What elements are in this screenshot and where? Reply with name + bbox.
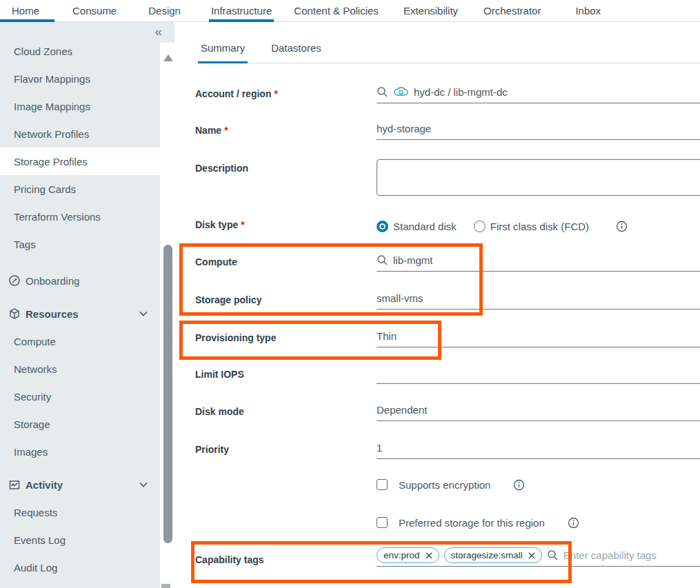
sidebar-item-security[interactable]: Security — [0, 383, 160, 410]
required-asterisk: * — [224, 125, 228, 136]
tag-pill-label: env:prod — [383, 550, 420, 560]
info-icon[interactable] — [616, 221, 628, 232]
sidebar-item-terraform-versions[interactable]: Terraform Versions — [0, 203, 160, 230]
compute-field[interactable]: lib-mgmt — [377, 250, 700, 272]
required-asterisk: * — [241, 219, 244, 230]
provisioning-type-field[interactable]: Thin — [377, 325, 700, 347]
capability-tags-label: Capability tags — [195, 554, 264, 565]
disk-mode-label: Disk mode — [195, 406, 244, 417]
sidebar-item-label: Activity — [26, 479, 63, 491]
sidebar-item-onboarding[interactable]: Onboarding — [0, 267, 160, 294]
sidebar-item-events-log[interactable]: Events Log — [0, 526, 160, 554]
cube-icon — [8, 307, 21, 320]
capability-tags-field[interactable]: env:prod storagesize:small Enter capabil… — [377, 545, 700, 567]
sidebar-scroll-up-arrow[interactable] — [163, 54, 173, 61]
nav-item-content-policies[interactable]: Content & Policies — [294, 0, 379, 22]
nav-item-orchestrator[interactable]: Orchestrator — [483, 0, 541, 22]
limit-iops-field[interactable] — [377, 362, 700, 384]
priority-value: 1 — [377, 442, 382, 454]
sidebar-list: Cloud Zones Flavor Mappings Image Mappin… — [0, 43, 160, 588]
sidebar-item-pricing-cards[interactable]: Pricing Cards — [0, 175, 160, 203]
sidebar-item-label: Onboarding — [26, 275, 79, 287]
priority-field[interactable]: 1 — [377, 437, 700, 459]
disk-type-label: Disk type* — [195, 219, 245, 230]
priority-label: Priority — [195, 444, 229, 455]
nav-item-infrastructure[interactable]: Infrastructure — [211, 0, 272, 22]
tab-datastores[interactable]: Datastores — [268, 42, 324, 63]
nav-item-consume[interactable]: Consume — [72, 0, 117, 22]
sidebar-item-label: Resources — [26, 308, 79, 320]
supports-encryption-row: Supports encryption — [377, 477, 700, 492]
name-label: Name* — [195, 125, 228, 136]
name-value: hyd-storage — [377, 123, 431, 134]
sidebar: « Cloud Zones Flavor Mappings Image Mapp… — [0, 22, 174, 588]
top-navigation: Home Consume Design Infrastructure Conte… — [0, 0, 700, 22]
sidebar-item-requests[interactable]: Requests — [0, 498, 160, 526]
preferred-storage-row: Preferred storage for this region — [377, 515, 700, 530]
sidebar-item-storage[interactable]: Storage — [0, 410, 160, 438]
disk-mode-field[interactable]: Dependent — [377, 399, 700, 421]
sidebar-item-compute[interactable]: Compute — [0, 327, 160, 355]
compute-label: Compute — [195, 256, 237, 267]
compute-value: lib-mgmt — [393, 254, 433, 266]
compass-icon — [8, 274, 21, 287]
sidebar-item-audit-log[interactable]: Audit Log — [0, 554, 160, 581]
storage-policy-value: small-vms — [377, 292, 423, 304]
tag-pill: env:prod — [377, 547, 439, 563]
sidebar-item-resources[interactable]: Resources — [0, 300, 160, 327]
supports-encryption-label: Supports encryption — [399, 479, 490, 491]
preferred-storage-checkbox[interactable] — [377, 517, 388, 528]
provisioning-type-value: Thin — [377, 330, 397, 342]
radio-first-class-disk[interactable] — [474, 221, 486, 232]
search-icon — [377, 86, 388, 98]
close-icon[interactable] — [426, 552, 432, 559]
storage-policy-field[interactable]: small-vms — [377, 287, 700, 310]
search-icon — [547, 549, 559, 561]
vsphere-cloud-icon — [393, 86, 409, 98]
storage-policy-label: Storage policy — [195, 294, 261, 305]
sidebar-item-tags[interactable]: Tags — [0, 230, 160, 258]
sidebar-item-flavor-mappings[interactable]: Flavor Mappings — [0, 65, 160, 92]
sidebar-item-storage-profiles[interactable]: Storage Profiles — [0, 148, 160, 175]
disk-type-radio-group: Standard disk First class disk (FCD) — [377, 215, 700, 237]
sidebar-item-cloud-zones[interactable]: Cloud Zones — [0, 43, 160, 65]
chevron-down-icon[interactable] — [139, 311, 148, 316]
sidebar-header: « — [0, 22, 174, 43]
disk-mode-value: Dependent — [377, 404, 427, 416]
info-icon[interactable] — [568, 517, 579, 529]
sidebar-collapse-icon[interactable]: « — [154, 24, 162, 39]
account-region-value: hyd-dc / lib-mgmt-dc — [414, 86, 508, 98]
radio-standard-disk[interactable] — [377, 221, 388, 232]
supports-encryption-checkbox[interactable] — [377, 479, 388, 490]
preferred-storage-label: Preferred storage for this region — [399, 517, 545, 529]
main-content: Summary Datastores Account / region* hyd… — [176, 22, 700, 588]
sidebar-item-activity[interactable]: Activity — [0, 471, 160, 498]
capability-tags-placeholder: Enter capability tags — [563, 549, 657, 561]
name-field[interactable]: hyd-storage — [377, 118, 700, 140]
activity-chart-icon — [8, 478, 21, 491]
info-icon[interactable] — [513, 479, 525, 491]
account-region-field[interactable]: hyd-dc / lib-mgmt-dc — [377, 81, 700, 103]
sidebar-item-network-profiles[interactable]: Network Profiles — [0, 120, 160, 148]
sidebar-scrollbar-thumb[interactable] — [163, 245, 172, 543]
limit-iops-label: Limit IOPS — [195, 369, 244, 380]
nav-item-home[interactable]: Home — [12, 0, 39, 22]
required-asterisk: * — [274, 88, 277, 99]
search-icon — [377, 254, 388, 266]
tab-summary[interactable]: Summary — [198, 42, 248, 63]
tag-pill-label: storagesize:small — [451, 550, 523, 560]
chevron-down-icon[interactable] — [139, 482, 148, 487]
account-region-label: Account / region* — [195, 88, 278, 99]
radio-first-class-disk-label: First class disk (FCD) — [490, 221, 589, 232]
content-tabs: Summary Datastores — [176, 22, 700, 63]
sidebar-item-networks[interactable]: Networks — [0, 355, 160, 383]
nav-item-design[interactable]: Design — [148, 0, 181, 22]
close-icon[interactable] — [528, 552, 535, 559]
sidebar-scroll-down-remnant[interactable] — [161, 584, 170, 588]
nav-item-extensibility[interactable]: Extensibility — [403, 0, 458, 22]
nav-item-inbox[interactable]: Inbox — [575, 0, 601, 22]
description-label: Description — [195, 163, 248, 174]
sidebar-item-image-mappings[interactable]: Image Mappings — [0, 92, 160, 120]
sidebar-item-images[interactable]: Images — [0, 438, 160, 465]
description-textarea[interactable] — [377, 159, 700, 196]
